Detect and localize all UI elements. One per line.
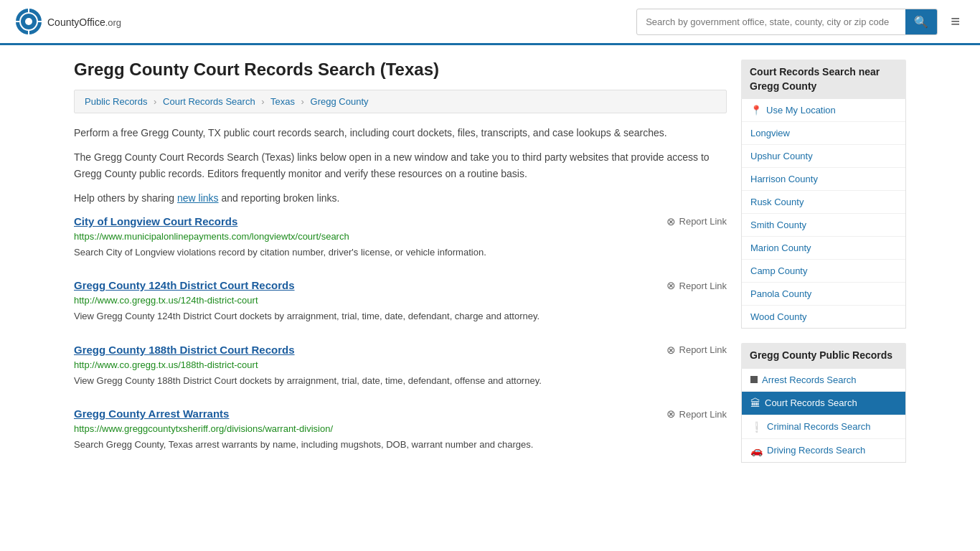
report-link[interactable]: ⊗ Report Link — [666, 279, 727, 292]
new-links-link[interactable]: new links — [177, 192, 219, 204]
header: CountyOffice.org 🔍 ≡ — [0, 0, 980, 45]
record-title[interactable]: City of Longview Court Records — [74, 215, 237, 227]
record-item: City of Longview Court Records ⊗ Report … — [74, 215, 727, 263]
report-link-icon: ⊗ — [666, 215, 676, 228]
nearby-link[interactable]: Marion County — [750, 242, 811, 253]
record-desc: Search Gregg County, Texas arrest warran… — [74, 438, 727, 452]
nearby-link[interactable]: Harrison County — [750, 174, 818, 184]
nearby-list-item[interactable]: 📍Use My Location — [742, 99, 905, 122]
sidebar: Court Records Search near Gregg County 📍… — [741, 60, 906, 477]
report-link-icon: ⊗ — [666, 279, 676, 292]
square-icon — [750, 376, 758, 383]
nearby-link[interactable]: Longview — [750, 128, 790, 138]
record-url[interactable]: https://www.greggcountytxsheriff.org/div… — [74, 423, 727, 434]
report-link-icon: ⊗ — [666, 344, 676, 357]
main-container: Gregg County Court Records Search (Texas… — [60, 45, 920, 491]
public-records-link[interactable]: Criminal Records Search — [767, 421, 871, 432]
record-item: Gregg County 124th District Court Record… — [74, 279, 727, 326]
nearby-list-item[interactable]: Rusk County — [742, 191, 905, 214]
record-desc: View Gregg County 124th District Court d… — [74, 309, 727, 324]
search-input[interactable] — [637, 11, 905, 33]
nearby-list: 📍Use My LocationLongviewUpshur CountyHar… — [741, 99, 906, 329]
nearby-list-item[interactable]: Longview — [742, 122, 905, 145]
nearby-list-item[interactable]: Panola County — [742, 283, 905, 306]
description-3: Help others by sharing new links and rep… — [74, 190, 727, 206]
svg-point-2 — [25, 18, 32, 25]
public-records-link[interactable]: Driving Records Search — [767, 445, 865, 456]
content-area: Gregg County Court Records Search (Texas… — [74, 60, 727, 477]
record-header: City of Longview Court Records ⊗ Report … — [74, 215, 727, 228]
page-title: Gregg County Court Records Search (Texas… — [74, 60, 727, 80]
record-title[interactable]: Gregg County 188th District Court Record… — [74, 344, 295, 356]
public-records-list-item[interactable]: ❕Criminal Records Search — [742, 415, 905, 439]
public-records-section-title: Gregg County Public Records — [741, 343, 906, 369]
car-icon: 🚗 — [750, 445, 763, 456]
nearby-link[interactable]: Wood County — [750, 311, 807, 322]
nearby-link[interactable]: Smith County — [750, 220, 806, 230]
nearby-section: Court Records Search near Gregg County 📍… — [741, 60, 906, 329]
nearby-list-item[interactable]: Harrison County — [742, 168, 905, 191]
breadcrumb-sep-2: › — [261, 96, 264, 107]
report-link-label: Report Link — [679, 409, 727, 420]
public-records-list: Arrest Records Search🏛Court Records Sear… — [741, 369, 906, 463]
public-records-section: Gregg County Public Records Arrest Recor… — [741, 343, 906, 463]
record-item: Gregg County Arrest Warrants ⊗ Report Li… — [74, 408, 727, 455]
header-right: 🔍 ≡ — [636, 9, 966, 35]
record-desc: Search City of Longview violations recor… — [74, 245, 727, 260]
record-header: Gregg County 188th District Court Record… — [74, 344, 727, 357]
record-title[interactable]: Gregg County 124th District Court Record… — [74, 279, 295, 291]
records-container: City of Longview Court Records ⊗ Report … — [74, 215, 727, 455]
search-bar: 🔍 — [636, 9, 938, 35]
breadcrumb-gregg-county[interactable]: Gregg County — [311, 96, 369, 107]
report-link[interactable]: ⊗ Report Link — [666, 344, 727, 357]
nearby-link[interactable]: Use My Location — [766, 105, 836, 116]
nearby-list-item[interactable]: Camp County — [742, 260, 905, 283]
nearby-link[interactable]: Panola County — [750, 288, 811, 299]
description-1: Perform a free Gregg County, TX public c… — [74, 125, 727, 141]
logo-icon — [14, 7, 43, 36]
desc3-pre: Help others by sharing — [74, 192, 177, 204]
description-2: The Gregg County Court Records Search (T… — [74, 149, 727, 182]
desc3-post: and reporting broken links. — [219, 192, 340, 204]
public-records-list-item[interactable]: 🚗Driving Records Search — [742, 439, 905, 462]
report-link[interactable]: ⊗ Report Link — [666, 215, 727, 228]
breadcrumb-texas[interactable]: Texas — [270, 96, 295, 107]
record-desc: View Gregg County 188th District Court d… — [74, 374, 727, 388]
nearby-list-item[interactable]: Marion County — [742, 237, 905, 260]
breadcrumb-sep-3: › — [301, 96, 304, 107]
report-link[interactable]: ⊗ Report Link — [666, 408, 727, 420]
public-records-link[interactable]: Arrest Records Search — [762, 375, 857, 385]
logo-area: CountyOffice.org — [14, 7, 121, 36]
breadcrumb-court-records[interactable]: Court Records Search — [163, 96, 255, 107]
report-link-label: Report Link — [679, 216, 727, 227]
nearby-section-title: Court Records Search near Gregg County — [741, 60, 906, 99]
breadcrumb-sep-1: › — [154, 96, 156, 107]
public-records-list-item[interactable]: Arrest Records Search — [742, 369, 905, 392]
nearby-link[interactable]: Rusk County — [750, 197, 804, 207]
search-button[interactable]: 🔍 — [905, 9, 937, 34]
public-records-link[interactable]: Court Records Search — [765, 397, 857, 408]
breadcrumb-public-records[interactable]: Public Records — [85, 96, 147, 107]
record-url[interactable]: http://www.co.gregg.tx.us/188th-district… — [74, 359, 727, 370]
record-item: Gregg County 188th District Court Record… — [74, 344, 727, 391]
location-icon: 📍 — [750, 105, 762, 116]
nearby-list-item[interactable]: Upshur County — [742, 145, 905, 168]
nearby-list-item[interactable]: Wood County — [742, 306, 905, 328]
record-url[interactable]: http://www.co.gregg.tx.us/124th-district… — [74, 295, 727, 306]
menu-button[interactable]: ≡ — [945, 9, 966, 34]
breadcrumb: Public Records › Court Records Search › … — [74, 90, 727, 113]
nearby-link[interactable]: Camp County — [750, 265, 807, 276]
record-title[interactable]: Gregg County Arrest Warrants — [74, 408, 229, 420]
logo-text: CountyOffice.org — [47, 14, 121, 29]
public-records-list-item[interactable]: 🏛Court Records Search — [742, 392, 905, 415]
report-link-icon: ⊗ — [666, 408, 676, 420]
nearby-link[interactable]: Upshur County — [750, 151, 813, 161]
record-header: Gregg County 124th District Court Record… — [74, 279, 727, 292]
record-header: Gregg County Arrest Warrants ⊗ Report Li… — [74, 408, 727, 420]
building-icon: 🏛 — [750, 397, 760, 409]
report-link-label: Report Link — [679, 344, 727, 355]
exclamation-icon: ❕ — [750, 421, 763, 433]
record-url[interactable]: https://www.municipalonlinepayments.com/… — [74, 231, 727, 242]
report-link-label: Report Link — [679, 281, 727, 291]
nearby-list-item[interactable]: Smith County — [742, 214, 905, 237]
